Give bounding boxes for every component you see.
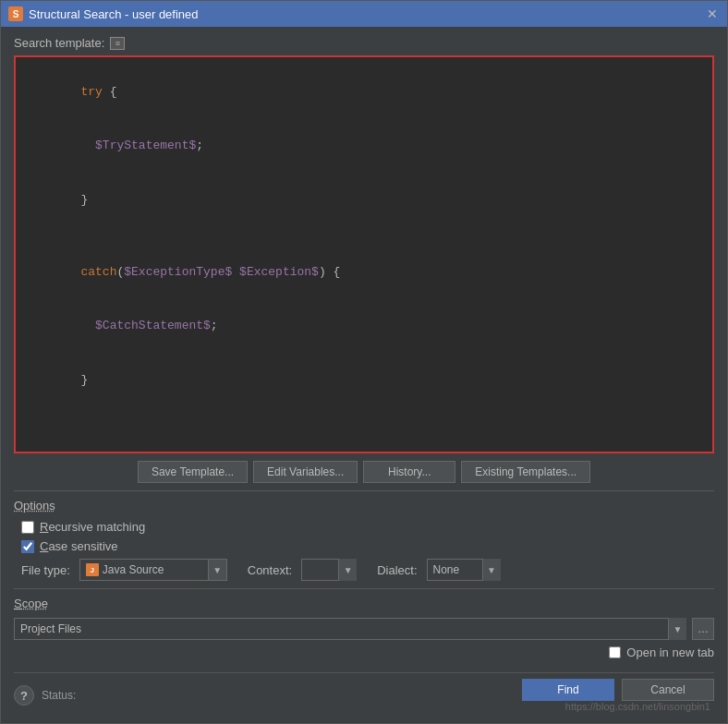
save-template-button[interactable]: Save Template... [138, 461, 248, 483]
existing-templates-button[interactable]: Existing Templates... [461, 461, 590, 483]
dialect-select[interactable]: None [427, 559, 501, 581]
file-type-label: File type: [21, 563, 70, 577]
file-type-select-container: J Java Source ▼ [79, 559, 227, 581]
cancel-button[interactable]: Cancel [622, 679, 714, 701]
structural-search-dialog: S Structural Search - user defined ✕ Sea… [0, 0, 728, 724]
file-type-row: File type: J Java Source ▼ Context: ▼ Di… [14, 559, 714, 581]
code-line-7: } [23, 353, 705, 407]
code-line-2: $TryStatement$; [23, 119, 705, 174]
recursive-matching-label: Recursive matching [40, 520, 145, 534]
search-template-label: Search template: ≡ [14, 36, 714, 50]
footer-row: ? Status: Find Cancel https://blog.csdn.… [14, 672, 714, 716]
watermark: https://blog.csdn.net/linsongbin1 [565, 701, 714, 712]
case-sensitive-label: Case sensitive [40, 539, 118, 553]
title-bar-left: S Structural Search - user defined [8, 6, 199, 21]
recursive-matching-row: Recursive matching [14, 520, 714, 534]
code-editor[interactable]: try { $TryStatement$; } catch($Exception… [14, 55, 714, 453]
scope-label: Scope [14, 597, 714, 610]
code-line-4 [23, 227, 705, 246]
case-sensitive-checkbox[interactable] [21, 540, 34, 553]
status-label: Status: [42, 689, 76, 702]
app-icon: S [8, 6, 23, 21]
title-bar: S Structural Search - user defined ✕ [1, 1, 727, 27]
options-label: Options [14, 499, 714, 513]
java-file-icon: J [86, 563, 99, 576]
template-label-text: Search template: [14, 36, 104, 50]
scope-select[interactable]: Project Files [14, 618, 686, 640]
scope-row: Project Files ▼ … [14, 618, 714, 640]
history-button[interactable]: History... [363, 461, 455, 483]
help-button[interactable]: ? [14, 685, 34, 706]
open-in-new-tab-checkbox[interactable] [609, 646, 621, 658]
toolbar: Save Template... Edit Variables... Histo… [14, 453, 714, 490]
context-select[interactable] [301, 559, 357, 581]
close-button[interactable]: ✕ [705, 6, 720, 21]
edit-variables-button[interactable]: Edit Variables... [253, 461, 358, 483]
file-type-select[interactable]: Java Source [103, 563, 226, 576]
code-line-3: } [23, 173, 705, 227]
scope-section: Scope Project Files ▼ … Open in new tab [14, 588, 714, 672]
status-row: Status: [42, 689, 76, 702]
find-button[interactable]: Find [522, 679, 614, 701]
footer-buttons: Find Cancel [522, 679, 714, 701]
code-line-1: try { [23, 65, 705, 119]
open-in-new-tab-label: Open in new tab [626, 646, 714, 659]
dialog-title: Structural Search - user defined [29, 7, 199, 21]
open-in-new-tab-row: Open in new tab [14, 640, 714, 665]
dialog-content: Search template: ≡ try { $TryStatement$;… [1, 27, 727, 723]
recursive-matching-checkbox[interactable] [21, 521, 34, 534]
case-sensitive-row: Case sensitive [14, 539, 714, 553]
scope-more-button[interactable]: … [692, 618, 714, 640]
footer-right-col: Find Cancel https://blog.csdn.net/linson… [522, 679, 714, 712]
scope-select-container: Project Files ▼ [14, 618, 686, 640]
context-select-container: ▼ [301, 559, 357, 581]
template-icon[interactable]: ≡ [110, 37, 125, 50]
options-section: Options Recursive matching Case sensitiv… [14, 490, 714, 588]
context-label: Context: [248, 563, 292, 577]
code-line-5: catch($ExceptionType$ $Exception$) { [23, 245, 705, 299]
dialect-label: Dialect: [377, 563, 417, 577]
code-line-6: $CatchStatement$; [23, 299, 705, 354]
footer-left: ? Status: [14, 685, 76, 706]
dialect-select-container: None ▼ [427, 559, 501, 581]
